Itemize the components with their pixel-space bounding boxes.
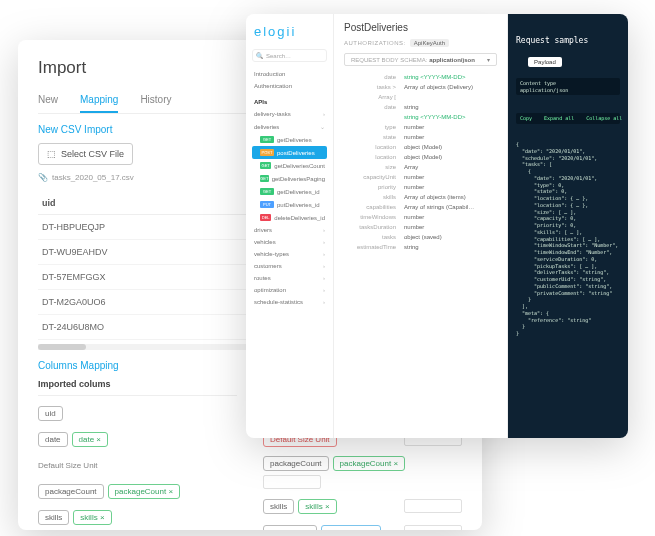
schema-row: locationobject (Model)	[344, 142, 497, 152]
schema-row: typenumber	[344, 122, 497, 132]
method-badge: PUT	[260, 201, 274, 208]
schema-row: prioritynumber	[344, 182, 497, 192]
schema-row: timeWindowsnumber	[344, 212, 497, 222]
pill-packagecount-r[interactable]: packageCount	[263, 456, 329, 471]
imported-columns: Imported colums uid datedate × Default S…	[38, 379, 237, 530]
nav-authentication[interactable]: Authentication	[252, 80, 327, 92]
pill-packagecount-l[interactable]: packageCount	[38, 484, 104, 499]
method-badge: GET	[260, 188, 274, 195]
schema-row: tasksDurationnumber	[344, 222, 497, 232]
chevron-down-icon: ⌄	[320, 123, 325, 130]
select-csv-button[interactable]: ⬚ Select CSV File	[38, 143, 133, 165]
nav-ep4[interactable]: GETgetDeliveries_id	[252, 185, 327, 198]
schema-row: capabilitiesArray of strings (Capabil…	[344, 202, 497, 212]
pill-skills-l[interactable]: skills	[38, 510, 69, 525]
default-value-input[interactable]	[263, 475, 321, 489]
default-value-input[interactable]	[404, 525, 462, 530]
method-badge: DEL	[260, 214, 271, 221]
schema-row: statenumber	[344, 132, 497, 142]
attachment-icon: 📎	[38, 173, 48, 182]
nav-ep5[interactable]: PUTputDeliveries_id	[252, 198, 327, 211]
api-main: PostDeliveries AUTHORIZATIONS:ApiKeyAuth…	[334, 14, 508, 438]
schema-row: capacityUnitnumber	[344, 172, 497, 182]
pair-capabilities-r[interactable]: capabilities ×	[321, 525, 381, 531]
default-value-input[interactable]	[404, 499, 462, 513]
nav-more6[interactable]: schedule-statistics›	[252, 296, 327, 308]
nav-more5[interactable]: optimization›	[252, 284, 327, 296]
schema-row: datestring <YYYY-MM-DD>	[344, 72, 497, 82]
nav-introduction[interactable]: Introduction	[252, 68, 327, 80]
nav-ep6[interactable]: DELdeleteDeliveries_id	[252, 211, 327, 224]
tab-history[interactable]: History	[140, 94, 171, 113]
method-badge: GET	[260, 136, 274, 143]
payload-button[interactable]: Payload	[528, 57, 562, 67]
pair-packagecount-l[interactable]: packageCount ×	[108, 484, 181, 499]
search-icon: 🔍	[256, 52, 263, 59]
pill-date-l[interactable]: date	[38, 432, 68, 447]
api-nav: elogii 🔍Search… Introduction Authenticat…	[246, 14, 334, 438]
pill-skills-r[interactable]: skills	[263, 499, 294, 514]
pair-skills-r[interactable]: skills ×	[298, 499, 336, 514]
nav-delivery-tasks[interactable]: delivery-tasks›	[252, 108, 327, 120]
nav-more4[interactable]: routes›	[252, 272, 327, 284]
schema-row: string <YYYY-MM-DD>	[344, 112, 497, 122]
schema-row: estimatedTimestring	[344, 242, 497, 252]
nav-ep1[interactable]: POSTpostDeliveries	[252, 146, 327, 159]
search-input[interactable]: 🔍Search…	[252, 49, 327, 62]
nav-ep3[interactable]: GETgetDeliveriesPaging	[252, 172, 327, 185]
method-badge: GET	[260, 162, 271, 169]
schema-row: sizeArray	[344, 162, 497, 172]
nav-more1[interactable]: vehicles›	[252, 236, 327, 248]
nav-apis-header: APIs	[252, 96, 327, 108]
chevron-down-icon	[487, 56, 490, 63]
pill-capabilities-r[interactable]: capabilities	[263, 525, 317, 531]
tab-mapping[interactable]: Mapping	[80, 94, 118, 113]
schema-row: skillsArray of objects (items)	[344, 192, 497, 202]
upload-icon: ⬚	[47, 149, 56, 159]
api-docs-panel: elogii 🔍Search… Introduction Authenticat…	[246, 14, 628, 438]
nav-deliveries[interactable]: deliveries⌄	[252, 120, 327, 133]
schema-row: tasksobject (saved)	[344, 232, 497, 242]
brand-logo: elogii	[254, 24, 327, 39]
method-badge: GET	[260, 175, 269, 182]
tab-new[interactable]: New	[38, 94, 58, 113]
filename: tasks_2020_05_17.csv	[52, 173, 134, 182]
method-badge: POST	[260, 149, 274, 156]
pair-packagecount-r[interactable]: packageCount ×	[333, 456, 406, 471]
schema-row: Array [	[344, 92, 497, 102]
nav-ep0[interactable]: GETgetDeliveries	[252, 133, 327, 146]
label-default-size-unit-l: Default Size Unit	[38, 461, 98, 470]
nav-more0[interactable]: drivers›	[252, 224, 327, 236]
nav-more3[interactable]: customers›	[252, 260, 327, 272]
format-select[interactable]: REQUEST BODY SCHEMA: application/json	[344, 53, 497, 66]
endpoint-title: PostDeliveries	[344, 22, 497, 33]
chevron-right-icon: ›	[323, 111, 325, 117]
schema-row: datestring	[344, 102, 497, 112]
pair-date-l[interactable]: date ×	[72, 432, 108, 447]
code-sample: { "date": "2020/01/01", "schedule": "202…	[516, 141, 620, 337]
sample-actions[interactable]: Copy Expand all Collapse all	[516, 113, 620, 124]
nav-more2[interactable]: vehicle-types›	[252, 248, 327, 260]
schema-row: tasks >Array of objects (Delivery)	[344, 82, 497, 92]
schema-row: locationobject (Model)	[344, 152, 497, 162]
pair-skills-l[interactable]: skills ×	[73, 510, 111, 525]
sample-title: Request samples	[516, 36, 620, 47]
pill-uid[interactable]: uid	[38, 406, 63, 421]
request-sample: Request samples Payload Content typeappl…	[508, 14, 628, 438]
nav-ep2[interactable]: GETgetDeliveriesCount	[252, 159, 327, 172]
